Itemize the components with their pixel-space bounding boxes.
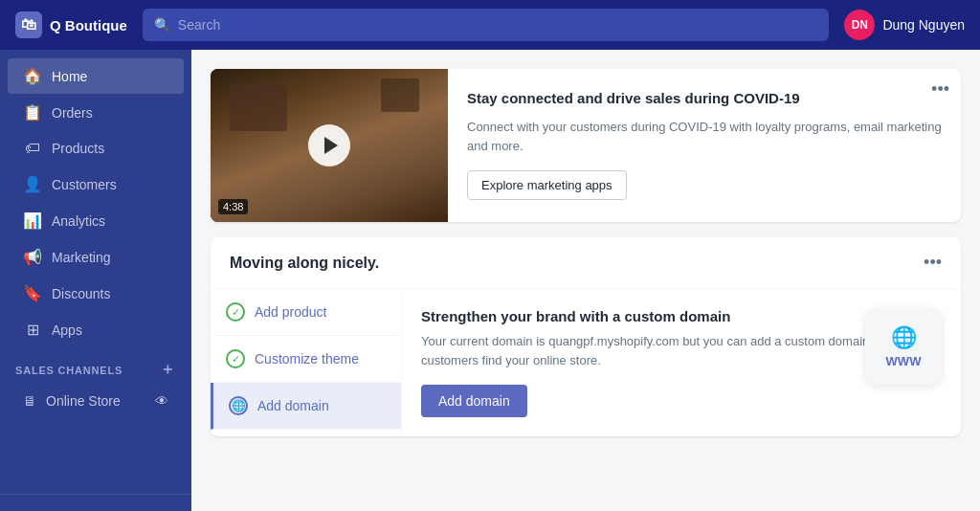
marketing-icon: 📢 [23,248,42,266]
explore-marketing-button[interactable]: Explore marketing apps [467,170,627,200]
logo-area[interactable]: 🛍 Q Boutique [15,11,127,38]
sidebar-item-customers[interactable]: 👤 Customers [8,167,184,202]
sidebar-item-apps[interactable]: ⊞ Apps [8,312,184,347]
video-card-description: Connect with your customers during COVID… [467,118,942,155]
www-badge: 🌐 WWW [865,308,942,385]
discounts-icon: 🔖 [23,284,42,302]
store-name: Q Boutique [50,17,127,33]
video-card-menu-button[interactable]: ••• [931,80,949,98]
video-content: ••• Stay connected and drive sales durin… [448,69,961,222]
search-bar[interactable]: 🔍 Search [143,9,830,41]
check-done-icon: ✓ [226,302,245,322]
checklist-item-add-domain[interactable]: 🌐 Add domain [211,383,401,430]
globe-icon: 🌐 [229,396,248,415]
home-icon: 🏠 [23,67,42,85]
search-icon: 🔍 [154,17,170,33]
top-nav: 🛍 Q Boutique 🔍 Search DN Dung Nguyen [0,0,980,50]
user-name: Dung Nguyen [882,17,965,33]
avatar: DN [844,10,875,40]
online-store-icon: 🖥 [23,393,36,409]
eye-icon[interactable]: 👁 [155,393,168,409]
www-label: WWW [886,354,922,368]
search-placeholder: Search [178,17,220,33]
sidebar-item-label: Products [52,141,104,156]
add-domain-link[interactable]: Add domain [257,398,329,413]
video-thumbnail[interactable]: 4:38 [211,69,448,222]
checklist: ✓ Add product ✓ Customize theme 🌐 Add do… [211,289,402,436]
sidebar: 🏠 Home 📋 Orders 🏷 Products 👤 Customers 📊… [0,50,191,511]
add-sales-channel-button[interactable]: ＋ [160,360,176,380]
sidebar-item-home[interactable]: 🏠 Home [8,58,184,94]
sidebar-item-online-store[interactable]: 🖥 Online Store 👁 [8,385,184,417]
sidebar-item-label: Customers [52,177,117,192]
orders-icon: 📋 [23,103,42,122]
products-icon: 🏷 [23,140,42,157]
add-product-link[interactable]: Add product [255,304,327,320]
www-globe-icon: 🌐 [891,325,917,350]
checklist-item-add-product[interactable]: ✓ Add product [211,289,401,336]
brand-title: Strengthen your brand with a custom doma… [421,308,942,324]
sidebar-item-label: Home [52,69,87,84]
video-play-button[interactable] [308,124,350,167]
sidebar-item-label: Analytics [52,213,105,229]
customers-icon: 👤 [23,175,42,193]
sidebar-item-products[interactable]: 🏷 Products [8,131,184,166]
analytics-icon: 📊 [23,211,42,230]
sidebar-item-label: Orders [52,105,93,121]
checklist-item-customize-theme[interactable]: ✓ Customize theme [211,336,401,383]
moving-card-header: Moving along nicely. ••• [211,237,961,289]
moving-card-menu-button[interactable]: ••• [924,253,942,273]
sidebar-item-label: Discounts [52,286,110,301]
video-duration: 4:38 [218,199,248,214]
customize-theme-link[interactable]: Customize theme [255,351,359,367]
sidebar-item-marketing[interactable]: 📢 Marketing [8,239,184,275]
sales-channels-header: SALES CHANNELS ＋ [0,348,191,384]
sidebar-item-label: Apps [52,322,82,338]
moving-card-body: ✓ Add product ✓ Customize theme 🌐 Add do… [211,289,961,436]
sidebar-item-label: Marketing [52,250,110,265]
sales-channels-label: SALES CHANNELS [15,365,122,376]
online-store-label: Online Store [46,393,121,409]
sidebar-item-orders[interactable]: 📋 Orders [8,95,184,130]
apps-icon: ⊞ [23,321,42,339]
sidebar-item-discounts[interactable]: 🔖 Discounts [8,276,184,311]
add-domain-button[interactable]: Add domain [421,385,527,417]
check-done-icon-2: ✓ [226,349,245,368]
brand-section: 🌐 WWW Strengthen your brand with a custo… [402,289,961,436]
moving-card-title: Moving along nicely. [230,255,379,272]
moving-along-card: Moving along nicely. ••• ✓ Add product ✓… [211,237,961,436]
video-card: 4:38 ••• Stay connected and drive sales … [211,69,961,222]
sidebar-item-settings[interactable]: ⚙ Settings [8,503,184,511]
logo-icon: 🛍 [15,11,42,38]
brand-description: Your current domain is quangpf.myshopify… [421,332,942,369]
video-card-title: Stay connected and drive sales during CO… [467,88,942,108]
sidebar-item-analytics[interactable]: 📊 Analytics [8,203,184,238]
main-content: 4:38 ••• Stay connected and drive sales … [191,50,980,511]
user-area[interactable]: DN Dung Nguyen [844,10,965,40]
